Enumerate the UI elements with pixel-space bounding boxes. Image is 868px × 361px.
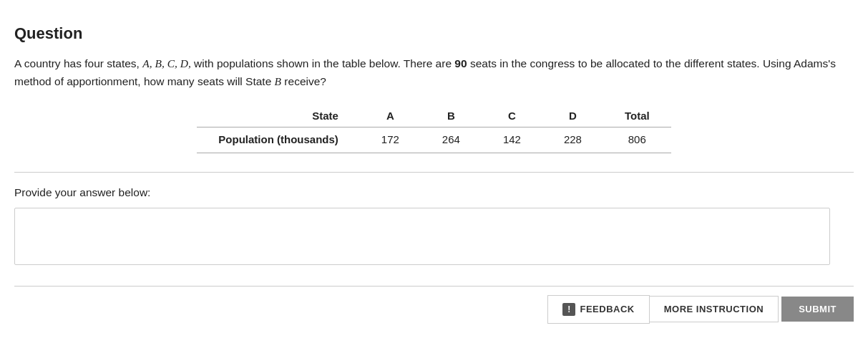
provide-answer-label: Provide your answer below: [14, 184, 854, 201]
feedback-button[interactable]: ! FEEDBACK [547, 295, 649, 324]
col-header-a: A [360, 105, 421, 127]
cell-a: 172 [360, 127, 421, 153]
question-section: Question A country has four states, A, B… [14, 14, 854, 173]
question-text: A country has four states, A, B, C, D, w… [14, 55, 854, 91]
question-title: Question [14, 21, 854, 45]
more-instruction-label: MORE INSTRUCTION [664, 304, 764, 314]
cell-c: 142 [482, 127, 542, 153]
question-text-part2: with populations shown in the table belo… [191, 57, 455, 69]
feedback-label: FEEDBACK [580, 304, 634, 314]
data-table: State A B C D Total Population (thousand… [197, 105, 670, 153]
submit-button[interactable]: SUBMIT [781, 297, 854, 322]
table-container: State A B C D Total Population (thousand… [14, 105, 854, 153]
col-header-c: C [482, 105, 542, 127]
feedback-icon: ! [562, 303, 575, 316]
submit-label: SUBMIT [799, 304, 837, 314]
answer-section: Provide your answer below: [14, 173, 854, 287]
answer-textarea[interactable] [14, 208, 830, 265]
more-instruction-button[interactable]: MORE INSTRUCTION [650, 296, 779, 322]
cell-d: 228 [542, 127, 603, 153]
cell-b: 264 [421, 127, 482, 153]
question-text-part1: A country has four states, [14, 57, 142, 69]
row-label: Population (thousands) [197, 127, 359, 153]
question-text-part4: receive? [281, 75, 326, 87]
question-state-b: B [275, 75, 281, 87]
cell-total: 806 [603, 127, 671, 153]
bottom-bar: ! FEEDBACK MORE INSTRUCTION SUBMIT [14, 287, 854, 324]
col-header-total: Total [603, 105, 671, 127]
answer-input-area [14, 208, 854, 270]
question-states: A, B, C, D, [142, 57, 191, 69]
col-header-d: D [542, 105, 603, 127]
question-seats: 90 [454, 57, 467, 69]
table-row: Population (thousands) 172 264 142 228 8… [197, 127, 670, 153]
page-container: Question A country has four states, A, B… [0, 0, 868, 361]
col-header-state: State [197, 105, 359, 127]
col-header-b: B [421, 105, 482, 127]
